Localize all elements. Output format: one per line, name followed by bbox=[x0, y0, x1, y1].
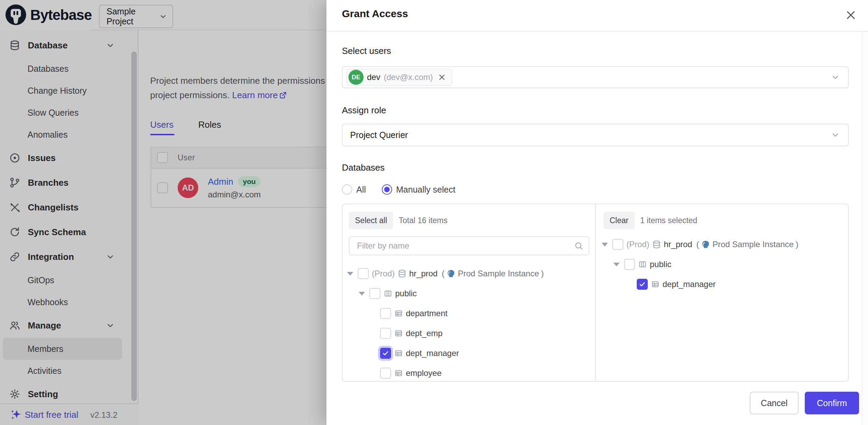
tree-row-table[interactable]: employee bbox=[343, 365, 593, 382]
databases-label: Databases bbox=[342, 162, 385, 173]
tree-row-table[interactable]: dept_emp bbox=[343, 325, 593, 342]
tree-row-schema[interactable]: public bbox=[343, 285, 593, 302]
select-all-button[interactable]: Select all bbox=[349, 212, 393, 229]
table-icon bbox=[394, 369, 403, 378]
postgresql-icon bbox=[701, 240, 710, 249]
filter-input[interactable] bbox=[356, 241, 574, 251]
caret-down-icon[interactable] bbox=[359, 292, 365, 296]
avatar: DE bbox=[348, 70, 364, 85]
database-transfer-panel: Select all Total 16 items (Prod) hr_prod… bbox=[342, 204, 849, 382]
search-icon bbox=[574, 241, 583, 250]
radio-manually-select[interactable] bbox=[382, 184, 392, 195]
checkbox[interactable] bbox=[612, 239, 623, 250]
total-items-label: Total 16 items bbox=[399, 216, 447, 225]
selected-count-label: 1 items selected bbox=[640, 216, 697, 225]
assign-role-label: Assign role bbox=[342, 105, 386, 116]
postgresql-icon bbox=[446, 269, 456, 278]
clear-button[interactable]: Clear bbox=[603, 212, 635, 229]
grant-access-drawer: Grant Access Select users DE dev (dev@x.… bbox=[326, 0, 868, 425]
selected-pane: Clear 1 items selected (Prod) hr_prod (P… bbox=[597, 204, 848, 381]
cancel-button[interactable]: Cancel bbox=[750, 392, 799, 414]
checkbox[interactable] bbox=[380, 368, 391, 379]
drawer-title: Grant Access bbox=[342, 8, 408, 20]
checkbox[interactable] bbox=[380, 328, 391, 339]
database-icon bbox=[398, 269, 407, 278]
filter-input-wrapper bbox=[349, 236, 589, 255]
table-icon bbox=[394, 349, 403, 358]
table-icon bbox=[651, 280, 660, 289]
close-icon[interactable] bbox=[845, 9, 857, 21]
select-users-label: Select users bbox=[342, 46, 391, 56]
user-chip: DE dev (dev@x.com) bbox=[346, 69, 452, 86]
checkbox[interactable] bbox=[369, 288, 380, 299]
remove-chip-icon[interactable] bbox=[438, 73, 446, 81]
radio-all[interactable] bbox=[342, 184, 352, 195]
table-icon bbox=[394, 329, 403, 338]
chip-user-name: dev bbox=[367, 72, 380, 82]
tree-row-table[interactable]: dept_manager bbox=[597, 276, 846, 293]
tree-row-table[interactable]: department bbox=[343, 305, 593, 322]
checkbox[interactable] bbox=[624, 259, 635, 270]
tree-row-database[interactable]: (Prod) hr_prod (Prod Sample Instance) bbox=[343, 265, 593, 282]
checkbox-checked[interactable] bbox=[637, 279, 648, 290]
caret-down-icon[interactable] bbox=[347, 272, 353, 276]
tree-row-table[interactable]: dept_manager bbox=[343, 345, 593, 362]
tree-row-schema[interactable]: public bbox=[597, 256, 846, 273]
select-users-input[interactable]: DE dev (dev@x.com) bbox=[342, 66, 849, 88]
chip-user-email: (dev@x.com) bbox=[384, 72, 433, 82]
caret-down-icon[interactable] bbox=[602, 243, 608, 246]
chevron-down-icon bbox=[831, 130, 840, 139]
confirm-button[interactable]: Confirm bbox=[805, 392, 859, 414]
schema-icon bbox=[383, 289, 392, 298]
checkbox[interactable] bbox=[380, 308, 391, 319]
instance-label: (Prod Sample Instance) bbox=[696, 240, 798, 249]
database-scope-radios: All Manually select bbox=[342, 184, 455, 195]
drawer-scrollbar-track[interactable] bbox=[862, 32, 868, 425]
caret-down-icon[interactable] bbox=[613, 263, 620, 266]
schema-icon bbox=[638, 260, 647, 269]
tree-row-database[interactable]: (Prod) hr_prod (Prod Sample Instance) bbox=[597, 236, 846, 253]
table-icon bbox=[394, 309, 403, 318]
checkbox[interactable] bbox=[358, 268, 369, 279]
checkbox-checked[interactable] bbox=[380, 348, 391, 359]
role-select[interactable]: Project Querier bbox=[342, 124, 849, 146]
database-icon bbox=[652, 240, 661, 249]
chevron-down-icon bbox=[831, 73, 840, 82]
role-value: Project Querier bbox=[343, 130, 408, 140]
instance-label: (Prod Sample Instance) bbox=[442, 269, 544, 278]
source-pane: Select all Total 16 items (Prod) hr_prod… bbox=[343, 204, 596, 381]
